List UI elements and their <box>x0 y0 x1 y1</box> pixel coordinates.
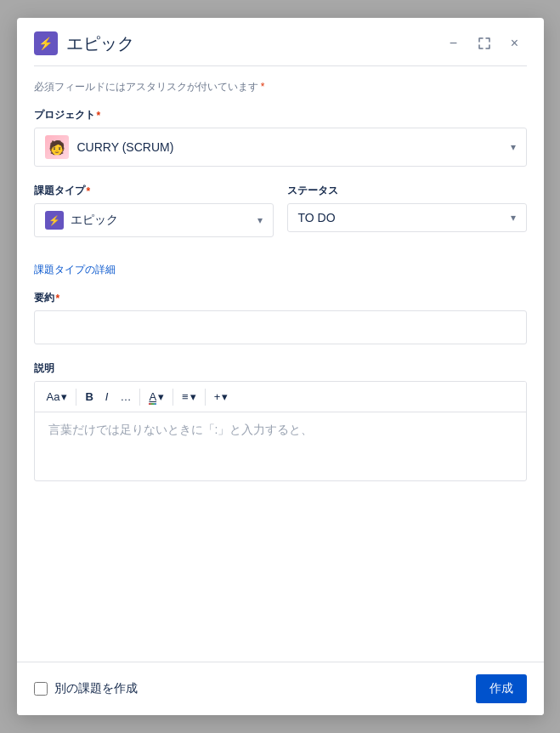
toolbar-sep-1 <box>76 389 76 406</box>
modal-body: 必須フィールドにはアスタリスクが付いています * プロジェクト* 🧑 CURRY… <box>17 66 544 662</box>
issue-type-field-group: 課題タイプ* ⚡ エピック ▾ <box>34 184 274 237</box>
description-label: 説明 <box>34 361 527 376</box>
bold-button[interactable]: B <box>80 387 98 406</box>
create-button[interactable]: 作成 <box>476 674 527 703</box>
list-button[interactable]: ≡ ▾ <box>177 387 201 406</box>
create-another-label: 別の課題を作成 <box>54 681 138 696</box>
issue-type-detail-link[interactable]: 課題タイプの詳細 <box>34 263 116 277</box>
project-avatar: 🧑 <box>45 135 69 159</box>
description-editor: Aa ▾ B I … <box>34 381 527 481</box>
header-actions: − × <box>442 31 527 55</box>
status-field-group: ステータス TO DO ▾ <box>287 184 527 237</box>
issue-type-dropdown[interactable]: ⚡ エピック ▾ <box>34 203 274 237</box>
summary-field-group: 要約* <box>34 291 527 344</box>
issue-type-chevron-icon: ▾ <box>257 214 263 226</box>
color-button[interactable]: A ▾ <box>144 387 169 406</box>
project-name: CURRY (SCRUM) <box>77 140 502 154</box>
summary-input[interactable] <box>34 310 527 344</box>
epic-icon: ⚡ <box>34 31 58 55</box>
toolbar-sep-2 <box>139 389 140 406</box>
project-chevron-icon: ▾ <box>511 141 516 153</box>
font-style-button[interactable]: Aa ▾ <box>42 387 73 406</box>
description-field-group: 説明 Aa ▾ B I <box>34 361 527 481</box>
issue-type-label: 課題タイプ* <box>34 184 274 198</box>
status-label: ステータス <box>287 184 527 198</box>
more-format-button[interactable]: … <box>115 387 136 406</box>
issue-type-name: エピック <box>71 213 251 228</box>
create-another-checkbox-label[interactable]: 別の課題を作成 <box>34 681 138 696</box>
italic-button[interactable]: I <box>100 387 114 406</box>
status-chevron-icon: ▾ <box>511 212 516 224</box>
close-button[interactable]: × <box>503 31 527 55</box>
add-button[interactable]: + ▾ <box>209 387 234 406</box>
summary-label: 要約* <box>34 291 527 305</box>
project-label: プロジェクト* <box>34 108 527 122</box>
toolbar-sep-4 <box>205 389 206 406</box>
required-note: 必須フィールドにはアスタリスクが付いています * <box>34 80 527 94</box>
expand-button[interactable] <box>472 31 496 55</box>
toolbar-sep-3 <box>173 389 173 406</box>
project-field-group: プロジェクト* 🧑 CURRY (SCRUM) ▾ <box>34 108 527 167</box>
editor-toolbar: Aa ▾ B I … <box>35 382 526 412</box>
type-status-row: 課題タイプ* ⚡ エピック ▾ ステータス TO DO ▾ <box>34 184 527 254</box>
project-dropdown[interactable]: 🧑 CURRY (SCRUM) ▾ <box>34 128 527 167</box>
editor-content[interactable]: 言葉だけでは足りないときに「:」と入力すると、 <box>35 412 526 480</box>
modal-title: エピック <box>66 32 433 55</box>
issue-type-icon: ⚡ <box>45 211 64 230</box>
status-dropdown[interactable]: TO DO ▾ <box>287 203 527 232</box>
create-another-checkbox[interactable] <box>34 682 48 696</box>
modal-header: ⚡ エピック − × <box>17 18 544 65</box>
minimize-button[interactable]: − <box>442 31 466 55</box>
modal-overlay: ⚡ エピック − × 必須フィールドにはアスタリスクが付いています * <box>0 0 560 733</box>
status-name: TO DO <box>298 211 504 224</box>
modal: ⚡ エピック − × 必須フィールドにはアスタリスクが付いています * <box>17 18 544 715</box>
modal-footer: 別の課題を作成 作成 <box>17 662 544 715</box>
